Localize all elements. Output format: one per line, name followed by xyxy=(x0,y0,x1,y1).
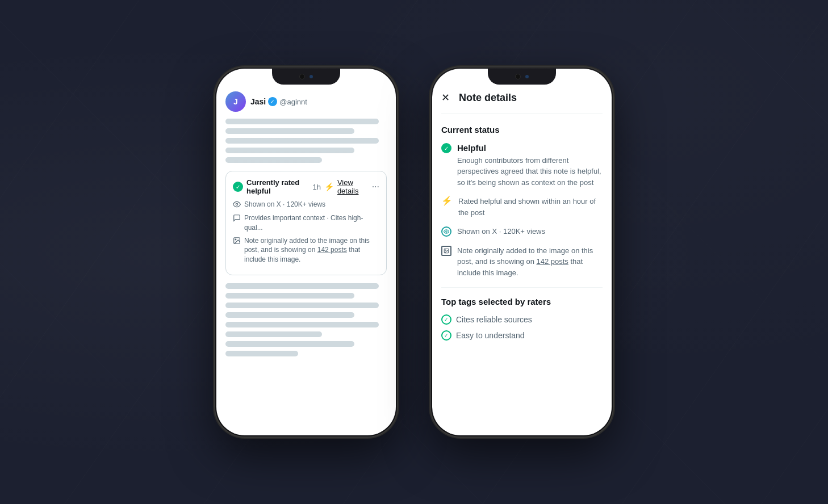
more-options-button[interactable]: ··· xyxy=(372,182,379,192)
skeleton-line xyxy=(225,157,322,163)
svg-point-3 xyxy=(446,231,448,233)
camera xyxy=(299,74,305,79)
handle: @aginnt xyxy=(279,98,307,106)
phones-container: J Jasi ✓ @aginnt xyxy=(215,68,613,436)
tag-easy-to-understand-text: Easy to understand xyxy=(456,331,525,340)
svg-point-2 xyxy=(235,239,236,240)
note-card: ✓ Currently rated helpful 1h ⚡ View deta… xyxy=(225,171,387,275)
image-note-status-text: Note originally added to the image on th… xyxy=(457,245,603,279)
shown-on-x-row: Shown on X · 120K+ views xyxy=(233,200,379,210)
sensor xyxy=(525,75,529,78)
note-details-header: ✕ Note details xyxy=(441,91,603,114)
posts-link[interactable]: 142 posts xyxy=(317,246,347,254)
chat-icon xyxy=(233,214,241,224)
section-divider xyxy=(441,287,603,288)
right-phone: ✕ Note details Current status ✓ Helpful … xyxy=(431,68,613,436)
helpful-green-check-icon: ✓ xyxy=(441,143,451,153)
image-icon xyxy=(233,237,241,246)
right-phone-screen: ✕ Note details Current status ✓ Helpful … xyxy=(432,69,612,435)
skeleton-line xyxy=(225,119,379,124)
image-note-row: Note originally added to the image on th… xyxy=(233,236,379,264)
skeleton-line xyxy=(225,138,379,144)
svg-point-5 xyxy=(445,249,446,250)
skeleton-line xyxy=(225,351,298,356)
left-phone: J Jasi ✓ @aginnt xyxy=(215,68,397,436)
context-row: Provides important context · Cites high-… xyxy=(233,213,379,233)
tag-check-icon: ✓ xyxy=(441,314,451,325)
skeleton-line xyxy=(225,312,354,318)
view-details-link[interactable]: View details xyxy=(337,178,369,195)
tweet-body-skeleton xyxy=(225,119,387,163)
skeleton-line xyxy=(225,148,354,153)
left-phone-screen: J Jasi ✓ @aginnt xyxy=(216,69,396,435)
phone-notch xyxy=(488,69,556,85)
close-button[interactable]: ✕ xyxy=(441,91,450,104)
helpful-label: Helpful xyxy=(457,142,603,154)
lightning-icon: ⚡ xyxy=(324,182,334,191)
bottom-skeleton xyxy=(225,283,387,356)
skeleton-line xyxy=(225,128,354,134)
username: Jasi xyxy=(250,97,266,106)
posts-link-detail[interactable]: 142 posts xyxy=(536,257,568,266)
time-ago: 1h xyxy=(312,183,320,191)
tag-easy-to-understand: ✓ Easy to understand xyxy=(441,330,603,341)
camera xyxy=(515,74,521,79)
tag-check-icon: ✓ xyxy=(441,330,451,341)
top-tags-title: Top tags selected by raters xyxy=(441,297,603,306)
context-text: Provides important context · Cites high-… xyxy=(244,213,379,233)
shown-on-x-status-text: Shown on X · 120K+ views xyxy=(457,226,545,237)
eye-icon xyxy=(233,200,241,210)
skeleton-line xyxy=(225,293,354,299)
note-details-title: Note details xyxy=(459,92,517,104)
helpful-description: Enough contributors from different persp… xyxy=(457,155,603,188)
sensor xyxy=(310,75,313,78)
skeleton-line xyxy=(225,331,322,337)
shown-on-x-status-item: Shown on X · 120K+ views xyxy=(441,226,603,237)
skeleton-line xyxy=(225,322,379,327)
avatar: J xyxy=(225,91,246,112)
eye-status-icon xyxy=(441,226,451,237)
skeleton-line xyxy=(225,303,379,308)
svg-point-0 xyxy=(236,203,238,205)
current-status-title: Current status xyxy=(441,125,603,135)
image-note-text: Note originally added to the image on th… xyxy=(244,236,379,264)
lightning-status-item: ⚡ Rated helpful and shown within an hour… xyxy=(441,196,603,218)
skeleton-line xyxy=(225,283,379,289)
lightning-status-icon: ⚡ xyxy=(441,196,453,205)
helpful-check-icon: ✓ xyxy=(233,182,243,192)
lightning-status-text: Rated helpful and shown within an hour o… xyxy=(458,196,603,218)
image-note-status-item: Note originally added to the image on th… xyxy=(441,245,603,279)
image-status-icon xyxy=(441,246,451,256)
tweet-header: J Jasi ✓ @aginnt xyxy=(225,91,387,112)
note-rating-row: ✓ Currently rated helpful 1h ⚡ View deta… xyxy=(233,178,379,195)
skeleton-line xyxy=(225,341,354,347)
tag-cites-reliable-text: Cites reliable sources xyxy=(456,315,532,324)
verified-badge: ✓ xyxy=(268,97,277,106)
shown-on-x-text: Shown on X · 120K+ views xyxy=(244,200,325,209)
phone-notch xyxy=(272,69,340,85)
note-rating-text: Currently rated helpful xyxy=(246,178,309,195)
helpful-status-item: ✓ Helpful Enough contributors from diffe… xyxy=(441,142,603,188)
tag-cites-reliable: ✓ Cites reliable sources xyxy=(441,314,603,325)
